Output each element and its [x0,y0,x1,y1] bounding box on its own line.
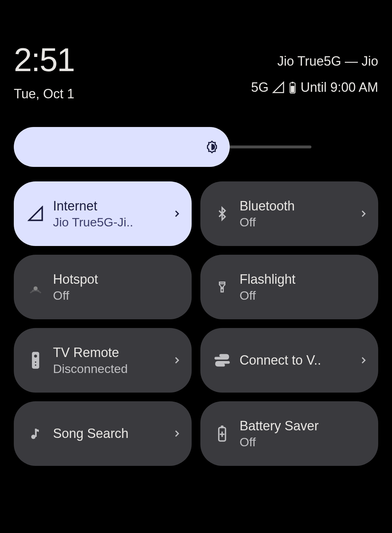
brightness-slider[interactable] [14,127,378,167]
battery-plus-icon [213,425,231,442]
svg-rect-2 [291,86,294,93]
svg-point-8 [35,361,36,363]
svg-point-9 [35,364,36,366]
svg-rect-6 [32,352,39,369]
clock-time: 2:51 [14,44,74,76]
tile-hotspot[interactable]: Hotspot Off [14,255,192,319]
signal-icon [27,205,44,222]
tile-title: TV Remote [53,345,171,360]
tile-battery-saver[interactable]: Battery Saver Off [200,401,378,466]
chevron-right-icon [171,428,182,439]
tile-song-search[interactable]: Song Search [14,401,192,466]
tile-title: Hotspot [53,272,182,287]
tile-title: Internet [53,198,171,214]
remote-icon [27,352,44,369]
tile-title: Song Search [53,426,171,441]
tile-title: Battery Saver [240,418,369,434]
chevron-right-icon [171,208,182,219]
tile-subtitle: Off [53,288,182,303]
hotspot-icon [27,278,44,296]
status-row: 5G Until 9:00 AM [251,80,378,95]
svg-point-5 [222,288,223,289]
bluetooth-icon [213,205,231,222]
music-note-icon [27,425,44,442]
tile-subtitle: Disconnected [53,362,171,376]
signal-icon [272,81,285,94]
tile-title: Flashlight [240,272,369,287]
tile-title: Connect to V.. [240,353,358,368]
quick-settings-grid: Internet Jio True5G-Ji.. Bluetooth Off [14,181,378,466]
tile-subtitle: Off [240,288,369,303]
tile-vpn[interactable]: Connect to V.. [200,328,378,393]
flashlight-icon [213,278,231,296]
battery-icon [288,81,297,94]
tile-bluetooth[interactable]: Bluetooth Off [200,181,378,246]
battery-until-label: Until 9:00 AM [301,80,378,95]
chevron-right-icon [358,208,369,219]
svg-point-10 [31,435,36,439]
tile-tv-remote[interactable]: TV Remote Disconnected [14,328,192,393]
brightness-fill [14,127,230,167]
status-header: 2:51 Tue, Oct 1 Jio True5G — Jio 5G [14,0,378,102]
clock-date: Tue, Oct 1 [14,86,74,102]
svg-rect-13 [221,426,223,428]
svg-rect-1 [291,82,294,83]
tile-title: Bluetooth [240,198,358,214]
svg-point-7 [34,354,37,357]
brightness-icon [204,139,220,155]
tile-subtitle: Off [240,215,358,229]
carrier-label: Jio True5G — Jio [251,54,378,69]
chevron-right-icon [171,355,182,366]
tile-flashlight[interactable]: Flashlight Off [200,255,378,319]
network-type-label: 5G [251,80,269,95]
tile-subtitle: Off [240,435,369,449]
tile-subtitle: Jio True5G-Ji.. [53,215,171,229]
vpn-icon [213,352,231,369]
tile-internet[interactable]: Internet Jio True5G-Ji.. [14,181,192,246]
chevron-right-icon [358,355,369,366]
